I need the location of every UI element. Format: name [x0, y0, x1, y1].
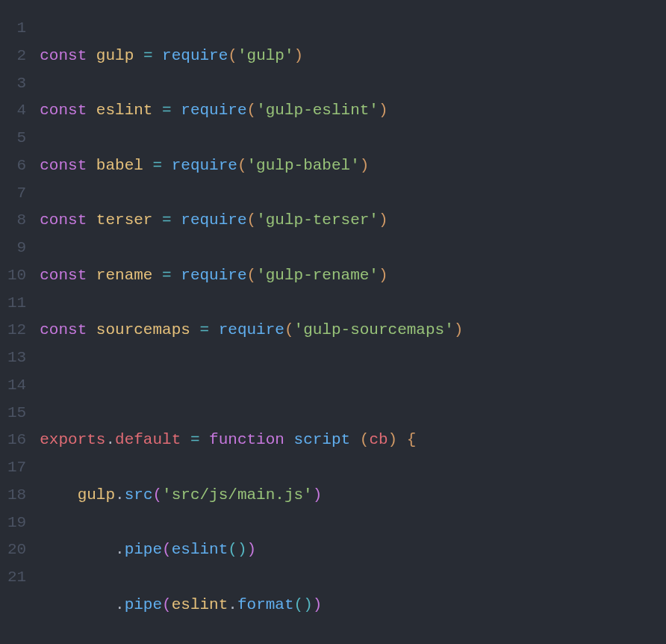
code-line: exports.default = function script (cb) {: [40, 427, 463, 454]
line-number: 3: [7, 70, 26, 98]
line-number: 7: [7, 180, 26, 208]
code-line: const babel = require('gulp-babel'): [40, 152, 463, 180]
line-number: 4: [7, 97, 26, 125]
code-content[interactable]: const gulp = require('gulp') const eslin…: [40, 15, 463, 644]
code-editor[interactable]: 1 2 3 4 5 6 7 8 9 10 11 12 13 14 15 16 1…: [0, 0, 666, 644]
line-number: 10: [7, 262, 26, 290]
code-line: .pipe(eslint.format()): [40, 592, 463, 619]
line-number: 19: [7, 510, 26, 537]
line-number: 8: [7, 207, 26, 235]
line-number: 13: [7, 344, 26, 372]
code-line: gulp.src('src/js/main.js'): [40, 482, 463, 510]
line-number: 21: [7, 564, 26, 592]
line-number: 17: [7, 454, 26, 482]
code-line: const gulp = require('gulp'): [40, 43, 463, 70]
line-number: 11: [7, 290, 26, 318]
line-number: 18: [7, 482, 26, 510]
line-number: 15: [7, 400, 26, 427]
line-number: 16: [7, 427, 26, 454]
code-line: const rename = require('gulp-rename'): [40, 262, 463, 290]
code-line: [40, 372, 463, 400]
line-number: 5: [7, 125, 26, 152]
line-number: 6: [7, 152, 26, 180]
line-number: 1: [7, 15, 26, 43]
code-line: const sourcemaps = require('gulp-sourcem…: [40, 317, 463, 344]
line-number: 9: [7, 235, 26, 262]
line-number: 14: [7, 372, 26, 400]
line-number-gutter: 1 2 3 4 5 6 7 8 9 10 11 12 13 14 15 16 1…: [7, 15, 40, 644]
code-line: .pipe(eslint()): [40, 536, 463, 564]
code-line: const eslint = require('gulp-eslint'): [40, 97, 463, 125]
line-number: 2: [7, 43, 26, 70]
code-line: const terser = require('gulp-terser'): [40, 207, 463, 235]
line-number: 12: [7, 317, 26, 344]
line-number: 20: [7, 536, 26, 564]
